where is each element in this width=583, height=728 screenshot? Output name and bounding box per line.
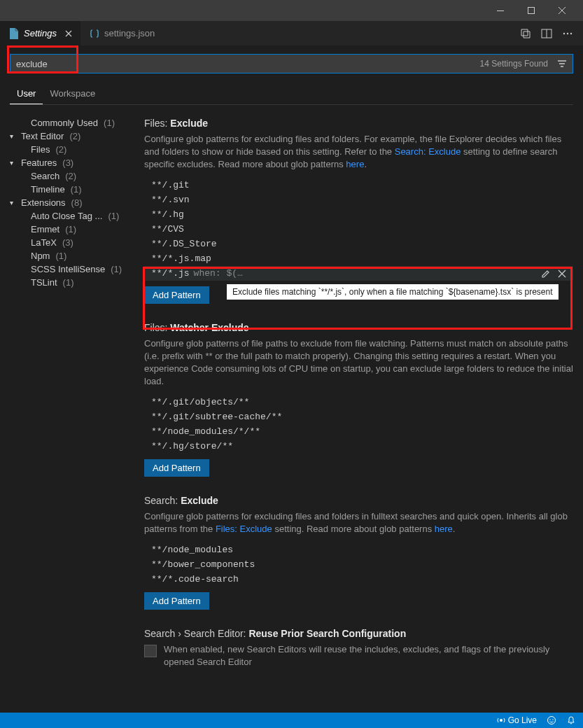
toc-text-editor[interactable]: ▾Text Editor(2)	[10, 130, 140, 143]
chevron-down-icon: ▾	[10, 199, 18, 206]
editor-tab-bar: Settings settings.json	[0, 21, 583, 46]
toc-scss-intellisense[interactable]: SCSS IntelliSense(1)	[10, 262, 140, 276]
pattern-item[interactable]: **/.git	[144, 178, 573, 192]
setting-search-editor-reuse: Search › Search Editor: Reuse Prior Sear…	[144, 628, 573, 668]
minimize-button[interactable]	[485, 0, 516, 21]
svg-point-4	[563, 32, 565, 34]
pattern-item[interactable]: **/.DS_Store	[144, 237, 573, 251]
settings-search-bar: 14 Settings Found	[10, 54, 573, 74]
pattern-list: **/.git **/.svn **/.hg **/CVS **/.DS_Sto…	[144, 178, 573, 281]
edit-icon[interactable]	[541, 269, 551, 279]
toc-npm[interactable]: Npm(1)	[10, 249, 140, 262]
svg-point-5	[567, 32, 568, 34]
scope-tab-user[interactable]: User	[10, 85, 43, 104]
setting-description: Configure glob patterns for excluding fi…	[144, 510, 573, 536]
add-pattern-button[interactable]: Add Pattern	[144, 592, 209, 610]
tooltip: Exclude files matching `**/*.js`, only w…	[227, 284, 559, 300]
setting-files-exclude: Files: Exclude Configure glob patterns f…	[144, 118, 573, 304]
pattern-item[interactable]: **/CVS	[144, 222, 573, 237]
toc-tslint[interactable]: TSLint(1)	[10, 276, 140, 289]
svg-rect-0	[497, 10, 504, 11]
settings-content: Files: Exclude Configure glob patterns f…	[140, 111, 583, 718]
setting-title: Search: Exclude	[144, 495, 573, 506]
add-pattern-button[interactable]: Add Pattern	[144, 459, 209, 477]
tab-settings-json[interactable]: settings.json	[80, 21, 163, 46]
pattern-item[interactable]: **/.hg	[144, 207, 573, 222]
chevron-down-icon: ▾	[10, 132, 18, 140]
tab-label: Settings	[24, 28, 57, 38]
setting-description: When enabled, new Search Editors will re…	[164, 643, 573, 668]
close-window-button[interactable]	[547, 0, 577, 21]
svg-point-8	[548, 717, 556, 724]
status-bar: Go Live	[0, 713, 583, 728]
svg-point-9	[549, 719, 550, 720]
settings-file-icon	[8, 28, 20, 39]
toc-auto-close-tag[interactable]: Auto Close Tag ...(1)	[10, 209, 140, 223]
checkbox[interactable]	[144, 645, 157, 657]
add-pattern-button[interactable]: Add Pattern	[144, 286, 209, 304]
pattern-item[interactable]: **/.hg/store/**	[144, 439, 573, 454]
window-titlebar	[0, 0, 583, 21]
toc-files[interactable]: Files(2)	[10, 143, 140, 156]
broadcast-icon	[497, 716, 505, 724]
search-results-count: 14 Settings Found	[480, 59, 548, 69]
svg-point-10	[552, 719, 553, 720]
pattern-item[interactable]: **/node_modules	[144, 542, 573, 557]
link-search-exclude[interactable]: Search: Exclude	[395, 146, 461, 157]
status-go-live[interactable]: Go Live	[497, 715, 537, 725]
close-icon[interactable]	[65, 30, 72, 37]
json-file-icon	[89, 28, 100, 39]
link-here[interactable]: here	[435, 524, 453, 534]
pattern-list: **/node_modules **/bower_components **/*…	[144, 542, 573, 587]
setting-title: Files: Exclude	[144, 118, 573, 129]
setting-title: Files: Watcher Exclude	[144, 322, 573, 333]
settings-toc: Commonly Used(1) ▾Text Editor(2) Files(2…	[0, 111, 140, 718]
pattern-item[interactable]: **/node_modules/*/**	[144, 424, 573, 439]
svg-point-6	[570, 32, 572, 34]
toc-features[interactable]: ▾Features(3)	[10, 156, 140, 169]
chevron-down-icon: ▾	[10, 159, 18, 167]
delete-icon[interactable]	[558, 270, 566, 278]
setting-watcher-exclude: Files: Watcher Exclude Configure glob pa…	[144, 322, 573, 477]
more-actions-icon[interactable]	[562, 28, 573, 39]
bell-icon[interactable]	[566, 715, 576, 725]
pattern-item[interactable]: **/*.code-search	[144, 572, 573, 587]
open-json-icon[interactable]	[520, 28, 531, 39]
pattern-item[interactable]: **/bower_components	[144, 557, 573, 572]
link-files-exclude[interactable]: Files: Exclude	[216, 524, 272, 534]
split-editor-icon[interactable]	[541, 28, 552, 39]
tab-settings[interactable]: Settings	[0, 21, 80, 46]
svg-point-7	[500, 719, 503, 722]
pattern-list: **/.git/objects/** **/.git/subtree-cache…	[144, 395, 573, 454]
link-here[interactable]: here	[346, 159, 364, 169]
svg-rect-1	[528, 8, 535, 14]
feedback-icon[interactable]	[547, 715, 556, 725]
settings-scope-tabs: User Workspace	[0, 78, 583, 104]
toc-timeline[interactable]: Timeline(1)	[10, 183, 140, 196]
scope-tab-workspace[interactable]: Workspace	[43, 85, 102, 104]
pattern-item[interactable]: **/.git/subtree-cache/**	[144, 410, 573, 424]
tab-label: settings.json	[104, 28, 155, 38]
setting-description: Configure glob patterns of file paths to…	[144, 337, 573, 388]
toc-emmet[interactable]: Emmet(1)	[10, 223, 140, 236]
filter-icon[interactable]	[556, 58, 568, 69]
toc-extensions[interactable]: ▾Extensions(8)	[10, 196, 140, 209]
toc-search[interactable]: Search(2)	[10, 169, 140, 183]
pattern-item-hovered[interactable]: **/*.jswhen: $(…	[144, 266, 573, 281]
toc-commonly-used[interactable]: Commonly Used(1)	[10, 116, 140, 130]
pattern-item[interactable]: **/.git/objects/**	[144, 395, 573, 410]
pattern-item[interactable]: **/*.js.map	[144, 251, 573, 266]
pattern-item[interactable]: **/.svn	[144, 192, 573, 207]
setting-description: Configure glob patterns for excluding fi…	[144, 133, 573, 171]
toc-latex[interactable]: LaTeX(3)	[10, 236, 140, 249]
setting-search-exclude: Search: Exclude Configure glob patterns …	[144, 495, 573, 610]
setting-title: Search › Search Editor: Reuse Prior Sear…	[144, 628, 573, 639]
maximize-button[interactable]	[516, 0, 547, 21]
divider	[10, 104, 573, 105]
